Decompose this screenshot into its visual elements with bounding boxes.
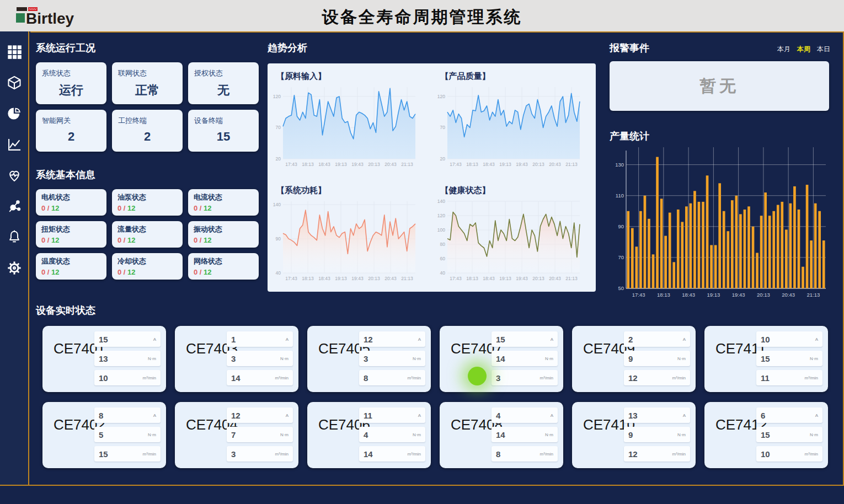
device-card-ce7412[interactable]: CE74126A15N·m10m³/min [704,402,828,468]
device-card-ce7406[interactable]: CE740611A4N·m14m³/min [307,402,431,468]
svg-text:18:13: 18:13 [657,292,670,298]
info-count-total: 12 [51,204,59,212]
status-card-label: 联网状态 [118,68,147,78]
device-card-ce7405[interactable]: CE740512A3N·m8m³/min [307,326,431,392]
device-metric-unit: A [153,337,156,342]
cube-3d-icon [7,75,22,90]
svg-text:40: 40 [276,270,281,276]
svg-text:19:13: 19:13 [499,276,511,281]
alarm-tab-inactive[interactable]: 本日 [817,45,830,53]
device-metric-value: 5 [99,430,103,439]
trend-mini-chart: 【健康状态】17:4318:1318:4319:1319:4320:1320:4… [432,178,596,292]
alarm-tab-inactive[interactable]: 本月 [777,45,790,53]
device-card-ce7401[interactable]: CE740115A13N·m10m³/min [42,326,166,392]
svg-text:70: 70 [618,254,624,260]
status-card: 智能网关2 [36,110,106,152]
trend-line-chart: 17:4318:1318:4319:1319:4320:1320:4321:13… [268,197,422,283]
svg-text:21:13: 21:13 [565,276,578,281]
svg-text:17:43: 17:43 [450,162,462,167]
device-metric-value: 14 [496,354,505,363]
device-metric-value: 12 [628,449,638,459]
svg-text:90: 90 [618,223,624,229]
alarm-empty-card: 暂无 [610,61,829,111]
device-metric-value: 10 [761,335,770,344]
svg-text:20:43: 20:43 [549,162,561,167]
svg-text:18:43: 18:43 [318,162,330,167]
device-metric-value: 15 [496,335,505,344]
sidebar-item-molecule[interactable] [6,198,23,215]
device-metric-row: 7N·m [227,427,293,442]
svg-text:18:43: 18:43 [682,292,695,298]
device-metric-unit: A [815,413,818,418]
svg-text:18:43: 18:43 [483,276,495,281]
device-card-ce7409[interactable]: CE74092A9N·m12m³/min [572,326,696,392]
device-metric-unit: m³/min [805,452,818,457]
info-count-total: 12 [51,268,59,276]
device-card-ce7408[interactable]: CE74084A14N·m8m³/min [440,402,563,468]
svg-text:110: 110 [616,192,624,199]
device-metric-value: 13 [628,411,638,420]
device-metric-value: 4 [364,430,368,439]
device-metric-unit: N·m [677,432,686,437]
sidebar-item-cube-3d[interactable] [6,74,23,91]
device-metric-value: 14 [364,449,373,459]
device-metric-rows: 6A15N·m10m³/min [756,408,822,462]
alarm-tab-active[interactable]: 本周 [797,45,810,53]
device-metric-value: 8 [99,411,103,420]
info-card-label: 电机状态 [41,192,101,202]
device-card-ce7411[interactable]: CE741110A15N·m11m³/min [704,326,828,392]
device-metric-unit: N·m [810,432,818,437]
info-card-label: 振动状态 [194,224,253,234]
sidebar-item-gear[interactable] [6,260,23,276]
svg-text:90: 90 [276,236,281,242]
device-metric-unit: A [286,413,289,418]
device-metric-row: 8A [94,408,161,423]
device-metric-value: 10 [761,449,770,459]
svg-text:19:13: 19:13 [499,162,511,167]
device-metric-unit: m³/min [143,376,156,380]
device-metric-unit: N·m [148,356,156,361]
svg-text:130: 130 [615,162,624,168]
device-card-ce7407[interactable]: CE740715A14N·m3m³/min [440,326,563,392]
device-metric-value: 15 [761,430,770,439]
sidebar-item-bell[interactable] [6,229,23,245]
device-metric-value: 10 [99,373,108,383]
svg-text:20:43: 20:43 [549,276,561,281]
device-metric-row: 2A [624,331,690,347]
device-metric-row: 15A [492,331,558,347]
device-metric-row: 10A [756,331,822,347]
svg-text:21:13: 21:13 [806,292,820,298]
svg-text:140: 140 [437,199,445,204]
alarm-production-section: 报警事件 本月本周本日 暂无 产量统计 17:4318:1318:4319:13… [610,41,836,302]
device-card-ce7403[interactable]: CE74031A3N·m14m³/min [175,326,298,392]
svg-text:17:43: 17:43 [285,276,297,281]
device-metric-unit: A [683,413,686,418]
device-metric-unit: N·m [545,432,553,437]
device-metric-value: 9 [628,354,633,363]
status-card-value: 正常 [112,82,183,99]
info-count-total: 12 [127,268,135,276]
sidebar-item-pie-chart[interactable] [6,105,23,122]
device-metric-rows: 2A9N·m12m³/min [624,331,690,385]
device-metric-row: 3N·m [227,351,293,366]
status-card-label: 智能网关 [42,116,71,126]
info-count-current: 0 / [117,268,127,276]
device-metric-row: 3m³/min [227,446,293,462]
device-metric-row: 14N·m [492,427,558,442]
trend-charts-panel: 【原料输入】17:4318:1318:4319:1319:4320:1320:4… [268,63,596,292]
device-status-title: 设备实时状态 [36,304,838,317]
info-card-count: 0 / 12 [41,268,101,276]
production-chart-container: 17:4318:1318:4319:1319:4320:1320:4321:13… [610,146,836,302]
device-card-ce7410[interactable]: CE741013A9N·m12m³/min [572,402,696,468]
device-metric-unit: N·m [148,432,156,437]
sidebar-item-line-chart[interactable] [6,136,23,153]
device-metric-unit: m³/min [408,376,421,380]
device-metric-row: 11A [359,408,425,423]
device-metric-row: 8m³/min [492,446,558,462]
sidebar-item-health-monitor[interactable] [6,167,23,184]
sidebar-item-apps-grid[interactable] [6,44,23,60]
device-metric-rows: 13A9N·m12m³/min [624,408,690,462]
device-card-ce7404[interactable]: CE740412A7N·m3m³/min [175,402,298,468]
device-card-ce7402[interactable]: CE74028A5N·m15m³/min [42,402,166,468]
info-card: 流量状态0 / 12 [112,221,183,248]
